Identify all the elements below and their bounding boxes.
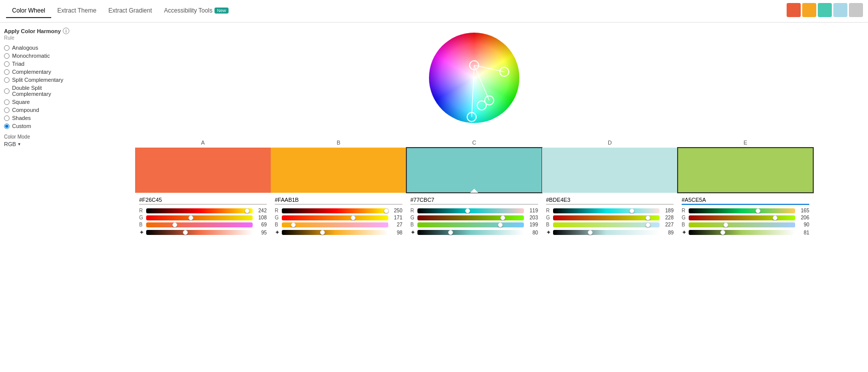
- b-label-c: B: [410, 222, 415, 227]
- radio-label: Analogous: [12, 45, 38, 51]
- bright-track-e[interactable]: [689, 230, 795, 235]
- info-icon[interactable]: i: [63, 28, 69, 34]
- tab-extract-theme[interactable]: Extract Theme: [51, 4, 102, 18]
- radio-label: Complementary: [12, 69, 51, 75]
- hex-input-c[interactable]: [410, 196, 538, 205]
- rule-label: Rule: [4, 35, 76, 41]
- strip-label-b: B: [271, 140, 406, 148]
- color-strip-b[interactable]: [271, 148, 406, 193]
- bright-track-a[interactable]: [146, 230, 253, 235]
- r-track-d[interactable]: [553, 208, 660, 213]
- slider-bright-e: ✦ 81: [682, 229, 809, 236]
- tab-color-wheel[interactable]: Color Wheel: [6, 4, 51, 18]
- r-value-d: 189: [662, 208, 674, 213]
- header-swatch-1[interactable]: [787, 3, 801, 17]
- b-value-a: 69: [255, 222, 267, 227]
- brightness-icon-a: ✦: [139, 229, 144, 236]
- sidebar: Apply Color Harmony i Rule AnalogousMono…: [0, 23, 80, 372]
- slider-bright-c: ✦ 80: [410, 229, 538, 236]
- radio-item-square[interactable]: Square: [4, 98, 76, 106]
- slider-b-a: B 69: [139, 222, 267, 227]
- r-value-c: 119: [526, 208, 538, 213]
- slider-g-e: G 206: [682, 215, 809, 220]
- g-track-c[interactable]: [417, 215, 524, 220]
- radio-item-compound[interactable]: Compound: [4, 106, 76, 114]
- strip-label-e: E: [678, 140, 813, 148]
- color-control-c: R 119 G 203 B: [406, 193, 542, 240]
- radio-item-analogous[interactable]: Analogous: [4, 44, 76, 52]
- g-track-e[interactable]: [689, 215, 795, 220]
- g-value-e: 206: [797, 215, 809, 220]
- r-track-c[interactable]: [417, 208, 524, 213]
- b-track-b[interactable]: [282, 222, 388, 227]
- color-control-e: R 165 G 206 B: [678, 193, 813, 240]
- bright-track-d[interactable]: [553, 230, 660, 235]
- bright-track-c[interactable]: [417, 230, 524, 235]
- bright-value-e: 81: [797, 230, 809, 235]
- tab-extract-gradient[interactable]: Extract Gradient: [102, 4, 158, 18]
- tab-accessibility-tools[interactable]: Accessibility Tools New: [158, 4, 235, 18]
- radio-item-triad[interactable]: Triad: [4, 60, 76, 68]
- r-track-b[interactable]: [282, 208, 388, 213]
- radio-item-custom[interactable]: Custom: [4, 122, 76, 130]
- radio-label: Monochromatic: [12, 53, 50, 59]
- b-label-d: B: [546, 222, 551, 227]
- chevron-down-icon: ▾: [18, 142, 21, 147]
- r-track-a[interactable]: [146, 208, 253, 213]
- slider-g-a: G 108: [139, 215, 267, 220]
- color-strip-c[interactable]: [406, 148, 542, 193]
- b-track-c[interactable]: [417, 222, 524, 227]
- r-value-a: 242: [255, 208, 267, 213]
- b-value-d: 227: [662, 222, 674, 227]
- g-track-b[interactable]: [282, 215, 388, 220]
- color-wheel-container[interactable]: [424, 28, 524, 130]
- radio-item-split-complementary[interactable]: Split Complementary: [4, 76, 76, 84]
- app-header: Color Wheel Extract Theme Extract Gradie…: [0, 0, 868, 23]
- color-control-d: R 189 G 228 B: [542, 193, 678, 240]
- bright-track-b[interactable]: [282, 230, 388, 235]
- b-track-e[interactable]: [689, 222, 795, 227]
- color-strip-d[interactable]: [542, 148, 678, 193]
- header-swatches: [787, 3, 863, 17]
- header-swatch-5[interactable]: [849, 3, 863, 17]
- hex-input-b[interactable]: [275, 196, 402, 205]
- r-value-b: 250: [390, 208, 402, 213]
- color-wheel-svg[interactable]: [424, 28, 524, 128]
- hex-input-a[interactable]: [139, 196, 267, 205]
- radio-item-double-split-complementary[interactable]: Double Split Complementary: [4, 84, 76, 98]
- r-label-e: R: [682, 208, 687, 213]
- radio-item-complementary[interactable]: Complementary: [4, 68, 76, 76]
- slider-b-e: B 90: [682, 222, 809, 227]
- r-label-d: R: [546, 208, 551, 213]
- g-track-a[interactable]: [146, 215, 253, 220]
- r-label-a: R: [139, 208, 144, 213]
- brightness-icon-b: ✦: [275, 229, 280, 236]
- header-swatch-3[interactable]: [818, 3, 832, 17]
- brightness-icon-c: ✦: [410, 229, 415, 236]
- hex-input-d[interactable]: [546, 196, 674, 205]
- bright-value-a: 95: [255, 230, 267, 235]
- radio-item-monochromatic[interactable]: Monochromatic: [4, 52, 76, 60]
- radio-label: Compound: [12, 107, 39, 113]
- radio-item-shades[interactable]: Shades: [4, 114, 76, 122]
- g-value-d: 228: [662, 215, 674, 220]
- b-track-a[interactable]: [146, 222, 253, 227]
- header-swatch-2[interactable]: [802, 3, 816, 17]
- slider-g-c: G 203: [410, 215, 538, 220]
- color-mode-select[interactable]: RGB ▾: [4, 141, 76, 147]
- g-track-d[interactable]: [553, 215, 660, 220]
- g-label-a: G: [139, 215, 144, 220]
- header-swatch-4[interactable]: [833, 3, 847, 17]
- g-value-b: 171: [390, 215, 402, 220]
- slider-b-b: B 27: [275, 222, 402, 227]
- color-strip-e[interactable]: [678, 148, 813, 193]
- radio-label: Double Split Complementary: [12, 85, 76, 97]
- color-strip-a[interactable]: [135, 148, 271, 193]
- b-track-d[interactable]: [553, 222, 660, 227]
- radio-label: Square: [12, 99, 30, 105]
- r-track-e[interactable]: [689, 208, 795, 213]
- r-label-b: R: [275, 208, 280, 213]
- hex-input-e[interactable]: [682, 196, 809, 205]
- g-label-e: G: [682, 215, 687, 220]
- hex-wrapper-e: [682, 196, 809, 205]
